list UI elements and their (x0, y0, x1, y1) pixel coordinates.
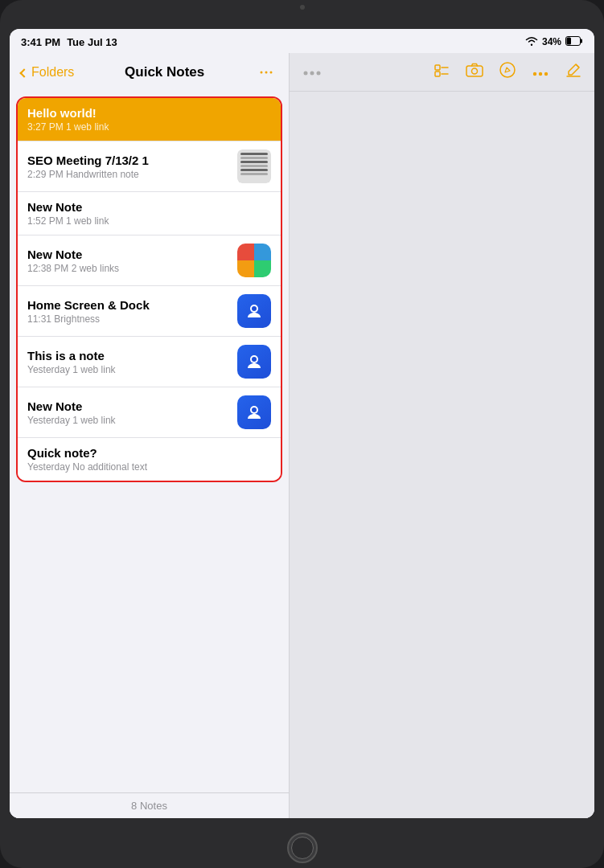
app-icon-thumb (237, 345, 271, 379)
notes-list-border: Hello world! 3:27 PM 1 web link SEO Meet… (16, 96, 282, 482)
more-button[interactable] (255, 61, 277, 84)
folders-button[interactable]: Folders (21, 65, 74, 80)
svg-point-11 (252, 407, 257, 412)
note-thumbnail (237, 244, 271, 277)
svg-point-21 (500, 63, 515, 77)
list-item[interactable]: New Note 12:38 PM 2 web links (18, 235, 281, 286)
mc-q4 (254, 260, 271, 277)
svg-point-24 (544, 72, 548, 75)
svg-point-4 (265, 72, 268, 74)
svg-rect-15 (435, 65, 440, 70)
date: Tue Jul 13 (67, 36, 117, 48)
svg-point-13 (310, 72, 314, 76)
list-item[interactable]: New Note 1:52 PM 1 web link (18, 192, 281, 235)
ipad-top (0, 0, 604, 14)
note-meta: 2:29 PM Handwritten note (27, 169, 231, 180)
thumb-line (240, 169, 268, 171)
multicolor-thumb (237, 244, 271, 277)
toolbar-dots (302, 63, 322, 80)
list-item[interactable]: This is a note Yesterday 1 web link (18, 337, 281, 387)
ipad-screen: 3:41 PM Tue Jul 13 34% (10, 29, 594, 818)
notes-count: 8 Notes (131, 800, 167, 812)
svg-rect-1 (581, 39, 583, 43)
list-item[interactable]: New Note Yesterday 1 web link (18, 387, 281, 438)
note-title: This is a note (27, 349, 231, 362)
note-meta: 12:38 PM 2 web links (27, 263, 231, 274)
note-title: Hello world! (27, 106, 271, 120)
list-item[interactable]: SEO Meeting 7/13/2 1 2:29 PM Handwritten… (18, 141, 281, 192)
thumb-line (240, 153, 268, 155)
front-camera (300, 5, 305, 10)
note-title: New Note (27, 399, 231, 413)
note-title: Quick note? (27, 446, 271, 460)
sidebar: Folders Quick Notes (10, 53, 290, 818)
list-item[interactable]: Quick note? Yesterday No additional text (18, 438, 281, 481)
list-item[interactable]: Hello world! 3:27 PM 1 web link (18, 98, 281, 141)
note-meta: Yesterday 1 web link (27, 415, 231, 426)
home-button[interactable] (287, 833, 318, 863)
thumb-line (240, 157, 268, 159)
time: 3:41 PM (21, 36, 60, 48)
note-meta: Yesterday 1 web link (27, 364, 231, 375)
sidebar-nav: Folders (21, 65, 74, 80)
sidebar-header: Folders Quick Notes (10, 53, 289, 90)
status-bar: 3:41 PM Tue Jul 13 34% (10, 29, 594, 53)
detail-content (290, 92, 594, 818)
svg-point-9 (252, 357, 257, 362)
battery-text: 34% (542, 36, 561, 47)
note-content: SEO Meeting 7/13/2 1 2:29 PM Handwritten… (27, 154, 231, 180)
note-thumbnail (237, 294, 271, 328)
note-content: New Note 12:38 PM 2 web links (27, 248, 231, 274)
home-button-area (0, 828, 604, 868)
note-title: Home Screen & Dock (27, 298, 231, 312)
note-content: Hello world! 3:27 PM 1 web link (27, 106, 271, 133)
notes-list-wrapper: Hello world! 3:27 PM 1 web link SEO Meet… (10, 90, 289, 792)
svg-point-22 (533, 72, 536, 75)
note-title: New Note (27, 248, 231, 261)
battery-icon (565, 36, 583, 48)
svg-point-7 (252, 306, 257, 311)
svg-point-5 (270, 72, 273, 74)
sidebar-footer: 8 Notes (10, 792, 289, 818)
ipad-frame: 3:41 PM Tue Jul 13 34% (0, 0, 604, 868)
note-title: New Note (27, 200, 271, 214)
sidebar-title: Quick Notes (74, 64, 255, 80)
svg-rect-16 (435, 72, 440, 76)
thumb-line (240, 161, 268, 163)
svg-rect-19 (466, 66, 483, 76)
note-meta: 1:52 PM 1 web link (27, 215, 271, 227)
note-meta: Yesterday No additional text (27, 461, 271, 473)
status-right: 34% (525, 36, 583, 48)
app-icon-thumb (237, 294, 271, 328)
note-content: Home Screen & Dock 11:31 Brightness (27, 298, 231, 325)
handwritten-thumb (237, 149, 271, 183)
status-left: 3:41 PM Tue Jul 13 (21, 36, 117, 48)
checklist-icon[interactable] (433, 62, 450, 82)
svg-point-12 (304, 72, 308, 76)
note-content: New Note Yesterday 1 web link (27, 399, 231, 426)
mc-q1 (237, 244, 254, 260)
mc-q2 (254, 244, 271, 260)
note-content: This is a note Yesterday 1 web link (27, 349, 231, 375)
app-body: Folders Quick Notes (10, 53, 594, 818)
detail-toolbar (290, 53, 594, 92)
compose-icon[interactable] (565, 62, 581, 82)
thumb-line (240, 165, 268, 167)
camera-icon[interactable] (466, 63, 483, 81)
svg-point-3 (261, 72, 263, 74)
home-button-inner (291, 837, 314, 859)
mc-q3 (237, 260, 254, 277)
note-title: SEO Meeting 7/13/2 1 (27, 154, 231, 167)
list-item[interactable]: Home Screen & Dock 11:31 Brightness (18, 286, 281, 337)
toolbar-actions (433, 62, 581, 82)
more-actions-icon[interactable] (532, 63, 549, 81)
svg-point-23 (539, 72, 542, 75)
note-thumbnail (237, 345, 271, 379)
app-icon-thumb (237, 395, 271, 429)
back-chevron-icon (19, 68, 28, 77)
markup-icon[interactable] (499, 62, 516, 82)
note-meta: 11:31 Brightness (27, 313, 231, 325)
detail-pane (290, 53, 594, 818)
thumb-line (240, 173, 268, 175)
back-label: Folders (31, 65, 74, 80)
